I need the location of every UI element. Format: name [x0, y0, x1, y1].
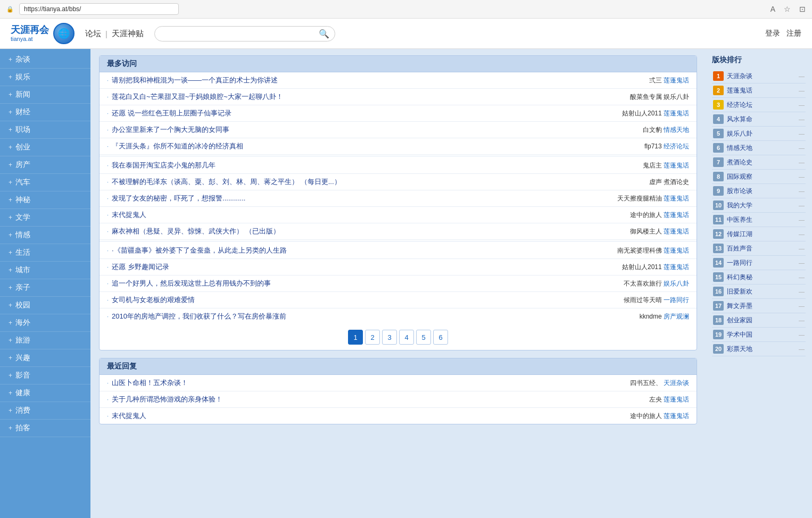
font-size-icon[interactable]: A — [770, 5, 775, 13]
post-item[interactable]: ·还愿 乡野趣闻记录姑射山人2011 莲蓬鬼话 — [100, 259, 697, 275]
post-item[interactable]: ·发现了女友的秘密，吓死了，想报警............天天擦瘦腿精油 莲蓬鬼… — [100, 190, 697, 207]
recent-post-item[interactable]: ·关于几种所谓恐怖游戏的亲身体验！左央 莲蓬鬼话 — [100, 391, 697, 408]
rank-item-19[interactable]: 19学术中国— — [712, 328, 806, 342]
page-button-1[interactable]: 1 — [348, 330, 363, 345]
rank-item-11[interactable]: 11中医养生— — [712, 213, 806, 227]
post-item[interactable]: ··《苗疆蛊事》被外婆下了金蚕蛊，从此走上另类的人生路南无裟婆理科佛 莲蓬鬼话 — [100, 243, 697, 259]
sidebar-item-城市[interactable]: +城市 — [0, 262, 90, 279]
post-item[interactable]: ·请别把我和神棍混为一谈——一个真正的术士为你讲述弍三 莲蓬鬼话 — [100, 72, 697, 89]
rank-number: 6 — [713, 143, 724, 153]
post-title[interactable]: 麻衣神相（悬疑、灵异、惊悚、武侠大作） （已出版） — [112, 227, 630, 236]
login-link[interactable]: 登录 — [765, 29, 780, 38]
post-title[interactable]: 还愿 乡野趣闻记录 — [112, 262, 622, 272]
rank-item-8[interactable]: 8国际观察— — [712, 170, 806, 184]
page-button-3[interactable]: 3 — [382, 330, 397, 345]
sidebar-item-财经[interactable]: +财经 — [0, 104, 90, 121]
rank-item-20[interactable]: 20彩票天地— — [712, 342, 806, 356]
bookmark-icon[interactable]: ☆ — [784, 5, 791, 13]
rank-dash: — — [799, 317, 805, 323]
post-item[interactable]: ·莲花白又白~芒果甜又甜~于妈娘娘腔~大家一起聊八卦！酸菜鱼专属 娱乐八卦 — [100, 89, 697, 105]
post-title[interactable]: 请别把我和神棍混为一谈——一个真正的术士为你讲述 — [112, 76, 649, 85]
post-item[interactable]: ·我在泰国开淘宝店卖小鬼的那几年鬼店主 莲蓬鬼话 — [100, 157, 697, 174]
rank-item-7[interactable]: 7煮酒论史— — [712, 155, 806, 170]
post-item[interactable]: ·女司机与女老板的艰难爱情候雨过等天晴 一路同行 — [100, 292, 697, 308]
url-bar[interactable]: https://tianya.at/bbs/ — [19, 3, 179, 15]
post-item[interactable]: ·不被理解的毛泽东（谈高、粟、彭、刘、林、周、蒋之平生） （每日更...）虚声 … — [100, 174, 697, 190]
post-item[interactable]: ·麻衣神相（悬疑、灵异、惊悚、武侠大作） （已出版）御风楼主人 莲蓬鬼话 — [100, 223, 697, 240]
sidebar-item-海外[interactable]: +海外 — [0, 314, 90, 332]
rank-item-17[interactable]: 17舞文弄墨— — [712, 299, 806, 313]
search-button[interactable]: 🔍 — [319, 29, 329, 39]
post-title[interactable]: 办公室里新来了一个胸大无脑的女同事 — [112, 125, 643, 135]
post-title[interactable]: 我在泰国开淘宝店卖小鬼的那几年 — [112, 161, 643, 170]
sidebar-item-房产[interactable]: +房产 — [0, 156, 90, 174]
post-title[interactable]: ·《苗疆蛊事》被外婆下了金蚕蛊，从此走上另类的人生路 — [112, 246, 617, 255]
sidebar-item-创业[interactable]: +创业 — [0, 139, 90, 156]
recent-post-item[interactable]: ·末代捉鬼人途中的旅人 莲蓬鬼话 — [100, 408, 697, 424]
post-title[interactable]: 『天涯头条』你所不知道的冰冷的经济真相 — [112, 141, 644, 151]
page-button-6[interactable]: 6 — [433, 330, 448, 345]
post-title[interactable]: 女司机与女老板的艰难爱情 — [112, 295, 624, 305]
rank-dash: — — [799, 274, 805, 280]
sidebar-item-旅游[interactable]: +旅游 — [0, 332, 90, 349]
post-item[interactable]: ·『天涯头条』你所不知道的冰冷的经济真相flp713 经济论坛 — [100, 138, 697, 155]
rank-item-16[interactable]: 16旧爱新欢— — [712, 285, 806, 299]
rank-item-18[interactable]: 18创业家园— — [712, 313, 806, 328]
sidebar-item-影音[interactable]: +影音 — [0, 367, 90, 385]
post-item[interactable]: ·还愿 说一些红色王朝上层圈子仙事记录姑射山人2011 莲蓬鬼话 — [100, 105, 697, 122]
split-view-icon[interactable]: ⊡ — [799, 5, 806, 13]
sidebar-item-拍客[interactable]: +拍客 — [0, 420, 90, 437]
sidebar-item-健康[interactable]: +健康 — [0, 385, 90, 402]
page-button-4[interactable]: 4 — [399, 330, 414, 345]
nav-shenpost[interactable]: 天涯神贴 — [112, 29, 144, 39]
sidebar-item-文学[interactable]: +文学 — [0, 209, 90, 227]
nav-forum[interactable]: 论坛 — [85, 29, 101, 39]
sidebar-item-娱乐[interactable]: +娱乐 — [0, 69, 90, 86]
page-button-5[interactable]: 5 — [416, 330, 431, 345]
rank-item-13[interactable]: 13百姓声音— — [712, 241, 806, 256]
sidebar-item-生活[interactable]: +生活 — [0, 244, 90, 262]
post-title[interactable]: 追一个好男人，然后发现这世上总有用钱办不到的事 — [112, 279, 624, 288]
post-title[interactable]: 末代捉鬼人 — [112, 210, 630, 220]
rank-item-4[interactable]: 4风水算命— — [712, 112, 806, 127]
sidebar-item-亲子[interactable]: +亲子 — [0, 279, 90, 297]
rank-item-5[interactable]: 5娱乐八卦— — [712, 127, 806, 141]
post-title[interactable]: 末代捉鬼人 — [112, 411, 630, 421]
post-item[interactable]: ·2010年的房地产调控，我们收获了什么？写在房价暴涨前kkndme 房产观澜 — [100, 308, 697, 324]
sidebar-item-消费[interactable]: +消费 — [0, 402, 90, 420]
post-title[interactable]: 关于几种所谓恐怖游戏的亲身体验！ — [112, 395, 649, 404]
post-title[interactable]: 还愿 说一些红色王朝上层圈子仙事记录 — [112, 108, 622, 118]
rank-item-2[interactable]: 2莲蓬鬼话— — [712, 83, 806, 98]
post-meta: 鬼店主 莲蓬鬼话 — [643, 161, 689, 170]
sidebar-item-汽车[interactable]: +汽车 — [0, 174, 90, 191]
post-title[interactable]: 不被理解的毛泽东（谈高、粟、彭、刘、林、周、蒋之平生） （每日更...） — [112, 177, 649, 187]
rank-item-10[interactable]: 10我的大学— — [712, 198, 806, 213]
post-item[interactable]: ·末代捉鬼人途中的旅人 莲蓬鬼话 — [100, 207, 697, 223]
rank-dash: — — [799, 173, 805, 180]
post-title[interactable]: 2010年的房地产调控，我们收获了什么？写在房价暴涨前 — [112, 312, 640, 321]
rank-item-15[interactable]: 15科幻奥秘— — [712, 270, 806, 285]
rank-item-6[interactable]: 6情感天地— — [712, 141, 806, 155]
rank-item-12[interactable]: 12传媒江湖— — [712, 227, 806, 241]
rank-item-1[interactable]: 1天涯杂谈— — [712, 69, 806, 83]
search-input[interactable] — [160, 30, 316, 38]
sidebar-item-新闻[interactable]: +新闻 — [0, 86, 90, 104]
sidebar-item-兴趣[interactable]: +兴趣 — [0, 349, 90, 367]
sidebar-item-情感[interactable]: +情感 — [0, 227, 90, 244]
post-title[interactable]: 莲花白又白~芒果甜又甜~于妈娘娘腔~大家一起聊八卦！ — [112, 92, 630, 102]
post-item[interactable]: ·追一个好男人，然后发现这世上总有用钱办不到的事不太喜欢旅行 娱乐八卦 — [100, 275, 697, 292]
rank-item-3[interactable]: 3经济论坛— — [712, 98, 806, 112]
search-bar[interactable]: 🔍 — [154, 26, 335, 41]
rank-item-14[interactable]: 14一路同行— — [712, 256, 806, 270]
rank-item-9[interactable]: 9股市论谈— — [712, 184, 806, 198]
post-item[interactable]: ·办公室里新来了一个胸大无脑的女同事白文豹 情感天地 — [100, 122, 697, 138]
post-title[interactable]: 发现了女友的秘密，吓死了，想报警............ — [112, 194, 617, 203]
sidebar-item-神秘[interactable]: +神秘 — [0, 191, 90, 209]
sidebar-item-校园[interactable]: +校园 — [0, 297, 90, 314]
post-title[interactable]: 山医卜命相！五术杂谈！ — [112, 378, 630, 388]
recent-post-item[interactable]: ·山医卜命相！五术杂谈！四书五经、 天涯杂谈 — [100, 375, 697, 391]
sidebar-item-杂谈[interactable]: +杂谈 — [0, 51, 90, 69]
register-link[interactable]: 注册 — [786, 29, 801, 38]
page-button-2[interactable]: 2 — [365, 330, 380, 345]
sidebar-item-职场[interactable]: +职场 — [0, 121, 90, 139]
